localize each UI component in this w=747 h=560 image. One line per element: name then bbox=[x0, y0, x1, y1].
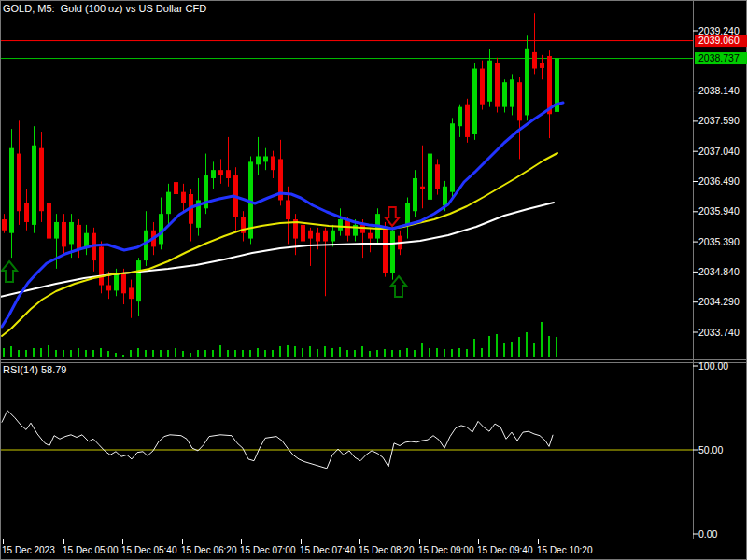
price-badge-label: 2038.737 bbox=[698, 52, 740, 63]
volume-bar bbox=[234, 350, 236, 357]
volume-bar bbox=[130, 350, 132, 357]
volume-bar bbox=[257, 348, 259, 357]
candle-body bbox=[502, 82, 507, 106]
time-axis-label: 15 Dec 09:00 bbox=[418, 545, 474, 555]
volume-bar bbox=[369, 351, 371, 357]
volume-bar bbox=[107, 351, 109, 357]
chart-canvas[interactable]: 2039.2402038.1402037.5902037.0402036.490… bbox=[0, 0, 747, 560]
candle-body bbox=[121, 274, 126, 294]
candle-body bbox=[368, 233, 373, 239]
time-axis-label: 15 Dec 06:20 bbox=[181, 545, 237, 555]
volume-bar bbox=[100, 348, 102, 357]
price-axis-label: 2033.740 bbox=[698, 327, 740, 338]
volume-bar bbox=[451, 349, 453, 357]
candle-body bbox=[129, 287, 134, 299]
candle-body bbox=[525, 49, 529, 116]
volume-bar bbox=[175, 348, 176, 357]
volume-bar bbox=[70, 350, 72, 357]
candle-body bbox=[338, 219, 343, 231]
rsi-indicator-label: RSI(14) 58.79 bbox=[3, 364, 66, 375]
volume-bar bbox=[548, 336, 550, 357]
price-axis-label: 2038.140 bbox=[698, 85, 740, 96]
volume-bar bbox=[436, 348, 438, 357]
volume-bar bbox=[212, 350, 214, 357]
volume-bar bbox=[160, 350, 162, 357]
volume-bar bbox=[384, 349, 386, 357]
candle-body bbox=[510, 79, 514, 106]
volume-bar bbox=[518, 337, 520, 357]
volume-bar bbox=[25, 350, 27, 357]
candle-body bbox=[2, 219, 7, 231]
volume-bar bbox=[63, 350, 64, 357]
volume-bar bbox=[511, 342, 513, 357]
chart-background bbox=[0, 0, 747, 560]
rsi-scale-label: 100.00 bbox=[698, 360, 728, 371]
volume-bar bbox=[33, 348, 35, 357]
volume-bar bbox=[137, 348, 139, 357]
candle-body bbox=[77, 225, 81, 249]
candle-body bbox=[114, 274, 119, 291]
candle-body bbox=[331, 231, 335, 242]
time-axis-label: 15 Dec 09:40 bbox=[477, 545, 533, 555]
volume-bar bbox=[219, 345, 221, 357]
rsi-scale-label: 0.00 bbox=[698, 528, 718, 539]
volume-bar bbox=[466, 349, 468, 357]
candle-body bbox=[450, 123, 455, 191]
candle-body bbox=[495, 63, 500, 107]
volume-bar bbox=[294, 346, 296, 357]
candle-body bbox=[69, 222, 74, 244]
volume-bar bbox=[331, 348, 333, 357]
volume-bar bbox=[167, 350, 169, 357]
candle-body bbox=[39, 148, 44, 212]
volume-bar bbox=[152, 350, 154, 357]
volume-bar bbox=[48, 345, 49, 357]
candle-body bbox=[62, 222, 66, 246]
candle-body bbox=[390, 231, 395, 273]
candle-body bbox=[54, 222, 59, 239]
candle-body bbox=[17, 154, 21, 212]
price-badge-label: 2039.060 bbox=[698, 35, 740, 46]
volume-bar bbox=[3, 348, 5, 357]
candle-body bbox=[360, 225, 365, 233]
volume-bar bbox=[272, 350, 274, 357]
chart-title: GOLD, M5: Gold (100 oz) vs US Dollar CFD bbox=[3, 3, 206, 14]
candle-body bbox=[47, 203, 51, 238]
candle-body bbox=[540, 63, 544, 68]
candle-body bbox=[106, 285, 111, 290]
candle-body bbox=[301, 225, 305, 242]
candle-body bbox=[144, 231, 148, 260]
volume-bar bbox=[429, 348, 430, 357]
candle-body bbox=[420, 187, 425, 189]
volume-bar bbox=[533, 343, 535, 357]
candle-body bbox=[174, 182, 178, 194]
volume-bar bbox=[249, 350, 251, 357]
candle-body bbox=[383, 228, 388, 273]
volume-bar bbox=[458, 348, 460, 357]
time-axis-label: 15 Dec 08:20 bbox=[359, 545, 415, 555]
candle-body bbox=[256, 156, 261, 164]
volume-bar bbox=[10, 346, 12, 357]
candle-body bbox=[458, 107, 462, 127]
candle-body bbox=[181, 192, 186, 203]
price-axis-label: 2034.290 bbox=[698, 296, 740, 307]
volume-bar bbox=[391, 350, 393, 357]
candle-body bbox=[405, 203, 410, 224]
candle-body bbox=[159, 214, 163, 244]
candle-body bbox=[271, 156, 275, 170]
price-axis-label: 2037.040 bbox=[698, 146, 740, 157]
volume-bar bbox=[488, 336, 490, 357]
candle-body bbox=[435, 164, 440, 189]
candle-body bbox=[428, 154, 432, 200]
volume-bar bbox=[324, 346, 326, 357]
volume-bar bbox=[421, 343, 423, 357]
candle-body bbox=[465, 105, 470, 137]
candle-body bbox=[9, 148, 14, 233]
volume-bar bbox=[227, 350, 229, 357]
candle-body bbox=[218, 170, 223, 175]
volume-bar bbox=[556, 337, 557, 357]
volume-bar bbox=[541, 322, 543, 357]
candle-body bbox=[226, 170, 231, 178]
candle-body bbox=[32, 146, 36, 225]
time-axis-label: 15 Dec 05:40 bbox=[121, 545, 177, 555]
time-axis-label: 15 Dec 2023 bbox=[2, 545, 55, 555]
